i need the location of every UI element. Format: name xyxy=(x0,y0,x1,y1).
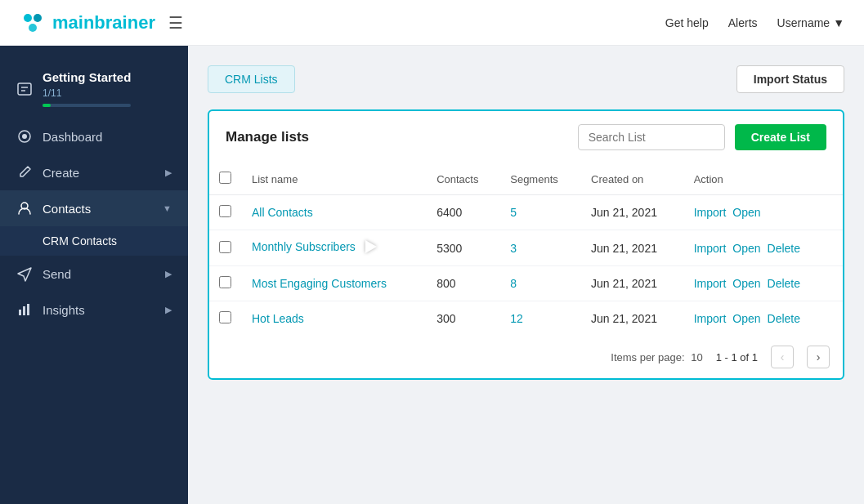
action-open-link[interactable]: Open xyxy=(732,206,760,219)
insights-arrow-icon: ▶ xyxy=(165,305,172,315)
header-segments: Segments xyxy=(500,163,581,195)
getting-started-section[interactable]: Getting Started 1/11 xyxy=(0,59,188,118)
tabs: CRM Lists xyxy=(208,65,295,93)
getting-started-title: Getting Started xyxy=(43,70,131,84)
action-delete-link[interactable]: Delete xyxy=(768,242,800,255)
table-row: Hot Leads30012Jun 21, 2021ImportOpenDele… xyxy=(209,301,843,337)
import-status-button[interactable]: Import Status xyxy=(736,65,844,93)
crm-contacts-label: CRM Contacts xyxy=(43,234,117,248)
send-arrow-icon: ▶ xyxy=(165,269,172,279)
pagination-prev-button[interactable]: ‹ xyxy=(771,346,794,368)
items-per-page-label: Items per page: 10 xyxy=(611,351,702,364)
action-open-link[interactable]: Open xyxy=(732,277,760,290)
chevron-down-icon: ▼ xyxy=(833,16,844,29)
action-import-link[interactable]: Import xyxy=(694,242,727,255)
row-contacts: 800 xyxy=(427,266,500,301)
row-contacts: 5300 xyxy=(427,230,500,266)
svg-point-1 xyxy=(34,14,42,22)
svg-point-0 xyxy=(24,14,32,22)
logo-main: main xyxy=(52,12,94,33)
search-input[interactable] xyxy=(578,124,725,150)
row-created-on: Jun 21, 2021 xyxy=(581,266,684,301)
row-checkbox-col xyxy=(209,301,242,337)
sidebar-item-create[interactable]: Create ▶ xyxy=(0,154,188,190)
card-header-actions: Create List xyxy=(578,124,826,150)
segments-link[interactable]: 5 xyxy=(510,206,517,219)
svg-point-2 xyxy=(29,24,37,32)
user-menu[interactable]: Username ▼ xyxy=(777,16,844,29)
action-open-link[interactable]: Open xyxy=(732,312,760,325)
alerts-link[interactable]: Alerts xyxy=(728,16,758,29)
row-checkbox[interactable] xyxy=(219,311,231,323)
select-all-checkbox[interactable] xyxy=(219,172,231,184)
row-checkbox[interactable] xyxy=(219,241,231,253)
create-icon xyxy=(16,164,33,181)
action-open-link[interactable]: Open xyxy=(732,242,760,255)
username-label: Username xyxy=(777,16,830,29)
content-area: CRM Lists Import Status Manage lists Cre… xyxy=(188,46,864,504)
table-row: Monthly Subscribers53003Jun 21, 2021Impo… xyxy=(209,230,843,266)
tab-crm-lists[interactable]: CRM Lists xyxy=(208,65,295,93)
row-contacts: 300 xyxy=(427,301,500,337)
table-header: List name Contacts Segments Created on A… xyxy=(209,163,843,195)
action-import-link[interactable]: Import xyxy=(694,312,727,325)
list-name-link[interactable]: Hot Leads xyxy=(252,312,304,325)
items-per-page-value: 10 xyxy=(691,351,702,364)
sidebar-item-send[interactable]: Send ▶ xyxy=(0,256,188,292)
send-icon xyxy=(16,265,33,282)
svg-rect-10 xyxy=(23,306,25,315)
getting-started-progress-label: 1/11 xyxy=(43,87,131,99)
lists-table: List name Contacts Segments Created on A… xyxy=(209,163,843,336)
row-checkbox[interactable] xyxy=(219,205,231,217)
sidebar-item-insights[interactable]: Insights ▶ xyxy=(0,292,188,328)
card-title: Manage lists xyxy=(226,129,309,145)
contacts-submenu: CRM Contacts xyxy=(0,226,188,256)
contacts-label: Contacts xyxy=(43,202,153,216)
pagination-next-button[interactable]: › xyxy=(807,346,830,368)
pagination-range: 1 - 1 of 1 xyxy=(716,351,758,364)
sidebar-sub-crm-contacts[interactable]: CRM Contacts xyxy=(0,226,188,256)
insights-label: Insights xyxy=(43,303,155,317)
tab-bar: CRM Lists Import Status xyxy=(208,65,844,93)
list-name-link[interactable]: Monthly Subscribers xyxy=(252,240,356,253)
row-contacts: 6400 xyxy=(427,195,500,230)
table-body: All Contacts64005Jun 21, 2021ImportOpenM… xyxy=(209,195,843,337)
hamburger-icon[interactable]: ☰ xyxy=(168,13,183,33)
segments-link[interactable]: 12 xyxy=(510,312,523,325)
svg-rect-11 xyxy=(27,304,29,315)
logo-text: mainbrainer xyxy=(52,12,155,33)
row-checkbox-col xyxy=(209,266,242,301)
row-actions: ImportOpenDelete xyxy=(684,266,843,301)
action-delete-link[interactable]: Delete xyxy=(768,277,800,290)
action-delete-link[interactable]: Delete xyxy=(768,312,800,325)
svg-rect-3 xyxy=(18,83,31,95)
dashboard-icon xyxy=(16,128,33,145)
sidebar: Getting Started 1/11 Dashboard xyxy=(0,46,188,504)
main-layout: Getting Started 1/11 Dashboard xyxy=(0,46,864,504)
segments-link[interactable]: 3 xyxy=(510,242,517,255)
create-list-button[interactable]: Create List xyxy=(735,124,826,150)
action-import-link[interactable]: Import xyxy=(694,277,727,290)
sidebar-item-dashboard[interactable]: Dashboard xyxy=(0,118,188,154)
action-import-link[interactable]: Import xyxy=(694,206,727,219)
manage-lists-card: Manage lists Create List List name Conta… xyxy=(208,109,844,380)
header-checkbox-col xyxy=(209,163,242,195)
row-actions: ImportOpen xyxy=(684,195,843,230)
create-label: Create xyxy=(43,166,155,180)
get-help-link[interactable]: Get help xyxy=(665,16,709,29)
list-name-link[interactable]: All Contacts xyxy=(252,206,313,219)
row-created-on: Jun 21, 2021 xyxy=(581,195,684,230)
row-actions: ImportOpenDelete xyxy=(684,230,843,266)
header-list-name: List name xyxy=(242,163,427,195)
header-action: Action xyxy=(684,163,843,195)
send-label: Send xyxy=(43,267,155,281)
segments-link[interactable]: 8 xyxy=(510,277,517,290)
getting-started-content: Getting Started 1/11 xyxy=(43,70,131,107)
table-row: All Contacts64005Jun 21, 2021ImportOpen xyxy=(209,195,843,230)
row-checkbox-col xyxy=(209,230,242,266)
top-navigation: mainbrainer ☰ Get help Alerts Username ▼ xyxy=(0,0,864,46)
list-name-link[interactable]: Most Engaging Customers xyxy=(252,277,387,290)
sidebar-item-contacts[interactable]: Contacts ▼ xyxy=(0,190,188,226)
row-checkbox[interactable] xyxy=(219,276,231,288)
header-created-on: Created on xyxy=(581,163,684,195)
